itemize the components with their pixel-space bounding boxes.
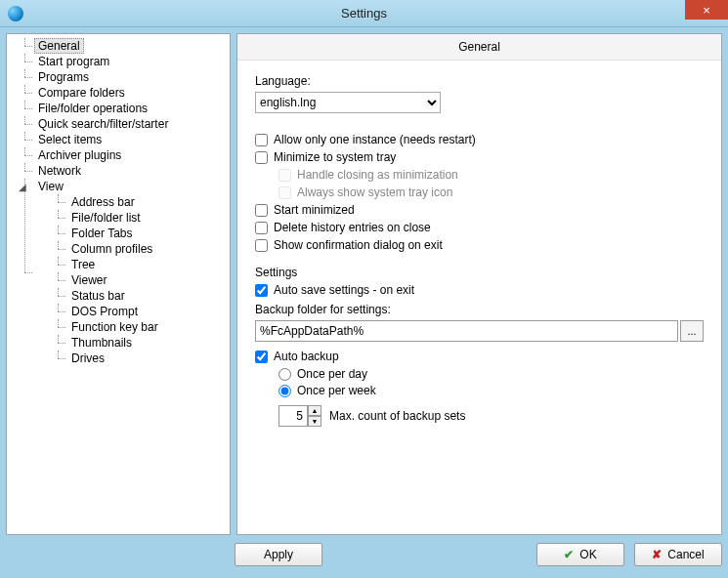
chk-auto-save-label: Auto save settings - on exit (274, 283, 414, 297)
chk-single-instance-row: Allow only one instance (needs restart) (255, 133, 704, 146)
max-backup-spinner[interactable]: ▲ ▼ (278, 405, 321, 427)
chk-show-tray-icon (278, 186, 291, 199)
chk-show-tray-icon-label: Always show system tray icon (297, 186, 452, 199)
chk-auto-backup-label: Auto backup (274, 350, 339, 363)
settings-tree: General Start program Programs Compare f… (6, 33, 231, 535)
tree-item-viewer[interactable]: Viewer (54, 272, 226, 288)
tree-item-drives[interactable]: Drives (54, 351, 226, 366)
chk-start-minimized[interactable] (255, 204, 268, 217)
chk-confirm-exit-label: Show confirmation dialog on exit (274, 238, 443, 252)
spin-up-button[interactable]: ▲ (308, 405, 321, 416)
chk-handle-closing (278, 169, 291, 182)
max-backup-label: Max. count of backup sets (329, 409, 465, 423)
panel-body: Language: english.lng Allow only one ins… (237, 61, 721, 534)
chk-show-tray-icon-row: Always show system tray icon (278, 186, 704, 199)
chk-minimize-tray-row: Minimize to system tray (255, 150, 704, 164)
tree-item-folder-tabs[interactable]: Folder Tabs (54, 226, 226, 241)
chk-auto-save[interactable] (255, 284, 268, 297)
chk-auto-backup-row: Auto backup (255, 350, 704, 363)
close-icon: ✘ (652, 548, 662, 561)
language-select[interactable]: english.lng (255, 92, 441, 113)
tree-item-general[interactable]: General (21, 38, 226, 54)
tree-item-view[interactable]: ◢ View Address bar File/folder list Fold… (21, 179, 226, 366)
panel-header: General (237, 34, 721, 61)
window-title: Settings (0, 6, 728, 21)
chk-confirm-exit-row: Show confirmation dialog on exit (255, 238, 704, 252)
browse-button[interactable]: ... (680, 320, 704, 342)
max-backup-input[interactable] (278, 405, 308, 427)
window-body: General Start program Programs Compare f… (0, 27, 728, 535)
radio-per-day-label: Once per day (297, 367, 367, 381)
tree-item-address-bar[interactable]: Address bar (54, 194, 226, 210)
tree-item-status-bar[interactable]: Status bar (54, 288, 226, 304)
radio-per-week-label: Once per week (297, 384, 376, 397)
titlebar: Settings × (0, 0, 728, 27)
chk-start-minimized-row: Start minimized (255, 203, 704, 217)
radio-per-day-row: Once per day (278, 367, 704, 381)
tree-item-archiver-plugins[interactable]: Archiver plugins (21, 147, 226, 163)
tree-item-thumbnails[interactable]: Thumbnails (54, 335, 226, 351)
chk-single-instance-label: Allow only one instance (needs restart) (274, 133, 476, 146)
chk-start-minimized-label: Start minimized (274, 203, 355, 217)
chk-delete-history-label: Delete history entries on close (274, 221, 431, 234)
settings-section-label: Settings (255, 266, 704, 279)
tree-item-file-folder-ops[interactable]: File/folder operations (21, 101, 226, 116)
spin-down-button[interactable]: ▼ (308, 416, 321, 427)
tree-item-programs[interactable]: Programs (21, 69, 226, 85)
tree-item-tree[interactable]: Tree (54, 257, 226, 272)
apply-button[interactable]: Apply (235, 543, 322, 566)
tree-item-function-key-bar[interactable]: Function key bar (54, 319, 226, 335)
radio-per-week[interactable] (278, 385, 291, 397)
chevron-down-icon[interactable]: ◢ (19, 182, 28, 191)
backup-folder-input[interactable] (255, 320, 678, 342)
button-bar: Apply ✔ OK ✘ Cancel (0, 535, 728, 574)
radio-per-day[interactable] (278, 368, 291, 381)
chk-delete-history[interactable] (255, 222, 268, 234)
cancel-button[interactable]: ✘ Cancel (634, 543, 722, 566)
tree-item-column-profiles[interactable]: Column profiles (54, 241, 226, 257)
chk-minimize-tray[interactable] (255, 151, 268, 164)
tree-item-compare-folders[interactable]: Compare folders (21, 85, 226, 101)
language-label: Language: (255, 74, 704, 88)
chk-delete-history-row: Delete history entries on close (255, 221, 704, 234)
tree-item-start-program[interactable]: Start program (21, 54, 226, 69)
chk-handle-closing-row: Handle closing as minimization (278, 168, 704, 182)
chk-auto-backup[interactable] (255, 351, 268, 363)
chk-auto-save-row: Auto save settings - on exit (255, 283, 704, 297)
chk-single-instance[interactable] (255, 134, 268, 146)
tree-item-dos-prompt[interactable]: DOS Prompt (54, 304, 226, 319)
tree-item-quick-search[interactable]: Quick search/filter/starter (21, 116, 226, 132)
tree-item-network[interactable]: Network (21, 163, 226, 179)
tree-item-select-items[interactable]: Select items (21, 132, 226, 147)
chk-handle-closing-label: Handle closing as minimization (297, 168, 458, 182)
close-button[interactable]: × (685, 0, 728, 20)
check-icon: ✔ (564, 548, 574, 561)
chk-confirm-exit[interactable] (255, 239, 268, 252)
radio-per-week-row: Once per week (278, 384, 704, 397)
backup-folder-label: Backup folder for settings: (255, 303, 704, 316)
ok-button[interactable]: ✔ OK (536, 543, 624, 566)
settings-panel: General Language: english.lng Allow only… (236, 33, 722, 535)
chk-minimize-tray-label: Minimize to system tray (274, 150, 396, 164)
tree-item-file-folder-list[interactable]: File/folder list (54, 210, 226, 226)
